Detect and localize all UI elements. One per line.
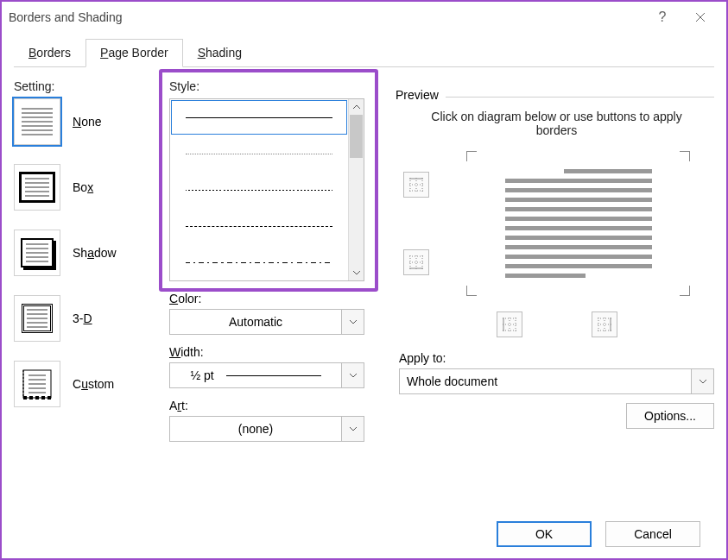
- options-button[interactable]: Options...: [626, 403, 714, 429]
- style-fine-dash[interactable]: [170, 172, 348, 208]
- setting-custom[interactable]: Custom: [14, 361, 161, 407]
- art-combo[interactable]: (none): [169, 416, 364, 442]
- tab-shading[interactable]: Shading: [183, 39, 256, 66]
- chevron-down-icon[interactable]: [691, 369, 713, 393]
- style-scrollbar[interactable]: [348, 99, 364, 280]
- setting-custom-icon: [14, 361, 60, 407]
- dialog-footer: OK Cancel: [14, 510, 714, 558]
- setting-shadow-icon: [14, 230, 60, 276]
- setting-box-icon: [14, 164, 60, 211]
- apply-to-combo[interactable]: Whole document: [399, 368, 714, 394]
- chevron-down-icon[interactable]: [341, 363, 364, 387]
- setting-box[interactable]: Box: [14, 164, 161, 211]
- preview-hint: Click on diagram below or use buttons to…: [399, 104, 714, 146]
- setting-3d-icon: [14, 295, 60, 342]
- style-dash-dot[interactable]: [170, 244, 348, 280]
- apply-to-value: Whole document: [400, 374, 691, 388]
- scroll-up-icon[interactable]: [349, 99, 364, 115]
- border-top-button[interactable]: [403, 172, 429, 198]
- scroll-thumb[interactable]: [350, 115, 363, 158]
- help-button[interactable]: ?: [643, 3, 681, 31]
- style-solid[interactable]: [171, 100, 347, 135]
- width-preview-line: [226, 375, 321, 376]
- cancel-button[interactable]: Cancel: [605, 521, 700, 547]
- width-value: ½ pt: [190, 368, 213, 382]
- border-bottom-button[interactable]: [403, 249, 429, 275]
- scroll-down-icon[interactable]: [349, 265, 364, 280]
- width-combo[interactable]: ½ pt: [169, 362, 364, 388]
- setting-3d[interactable]: 3-D: [14, 295, 161, 342]
- art-value: (none): [238, 422, 273, 436]
- setting-label: Setting:: [14, 79, 161, 93]
- chevron-down-icon[interactable]: [341, 417, 364, 441]
- setting-shadow[interactable]: Shadow: [14, 230, 161, 276]
- tab-page-border[interactable]: Page Border: [85, 39, 183, 67]
- titlebar: Borders and Shading ?: [2, 2, 726, 33]
- color-combo[interactable]: Automatic: [169, 309, 364, 335]
- close-button[interactable]: [681, 3, 719, 31]
- chevron-down-icon[interactable]: [341, 310, 364, 334]
- preview-legend: Preview: [396, 88, 446, 102]
- style-list[interactable]: [169, 98, 364, 281]
- color-value: Automatic: [229, 315, 282, 329]
- setting-none[interactable]: None: [14, 98, 161, 145]
- preview-page-icon: [505, 169, 652, 278]
- border-left-button[interactable]: [497, 311, 522, 337]
- style-dash[interactable]: [170, 208, 348, 244]
- window-title: Borders and Shading: [9, 10, 123, 24]
- preview-diagram[interactable]: [442, 146, 714, 301]
- ok-button[interactable]: OK: [497, 521, 592, 547]
- border-right-button[interactable]: [592, 311, 617, 337]
- tab-bar: Borders Page Border Shading: [14, 38, 714, 67]
- tab-borders[interactable]: Borders: [14, 39, 85, 66]
- style-hairline[interactable]: [170, 135, 348, 172]
- borders-shading-dialog: Borders and Shading ? Borders Page Borde…: [0, 0, 728, 560]
- setting-none-icon: [14, 98, 60, 145]
